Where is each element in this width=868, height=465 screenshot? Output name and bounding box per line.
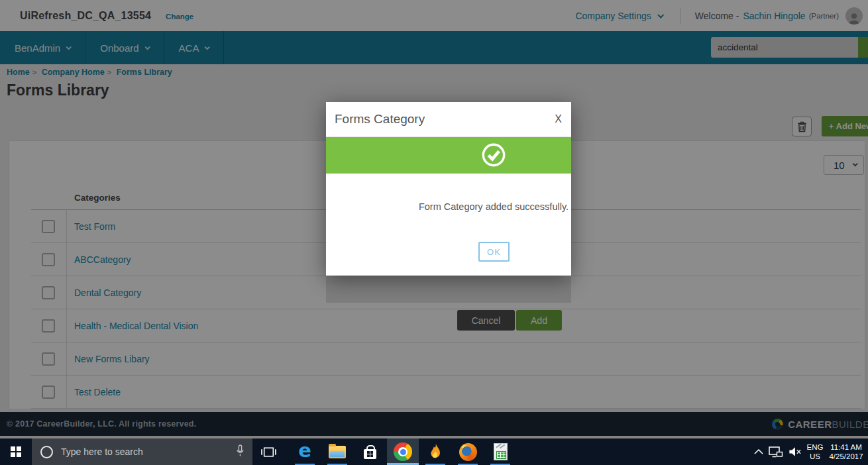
windows-logo-icon — [11, 446, 21, 457]
edge-icon: e — [298, 441, 311, 460]
tray-show-hidden-icons[interactable] — [751, 439, 767, 465]
forms-category-modal: Forms Category X Form Category added suc… — [326, 102, 571, 276]
tray-network[interactable] — [767, 439, 785, 465]
ok-button[interactable]: OK — [478, 242, 510, 262]
screen: UiRefresh_DC_QA_13554 Change Company Set… — [0, 0, 868, 465]
taskbar-store[interactable] — [354, 439, 386, 465]
tray-chevron-icon — [754, 449, 763, 454]
taskbar-flame-app[interactable] — [419, 439, 451, 465]
start-button[interactable] — [0, 439, 32, 465]
tray-clock[interactable]: 11:41 AM 4/25/2017 — [826, 439, 866, 465]
success-banner — [326, 137, 571, 174]
flame-icon — [428, 443, 443, 460]
tray-language[interactable]: ENG US — [804, 439, 826, 465]
calc-icon — [494, 443, 508, 460]
tray-volume[interactable] — [785, 439, 804, 465]
taskbar-search-input[interactable] — [61, 446, 207, 457]
taskbar-firefox[interactable] — [452, 439, 484, 465]
task-view-icon — [261, 446, 276, 458]
region-code: US — [810, 452, 820, 461]
chrome-icon — [394, 442, 412, 461]
store-icon — [364, 449, 376, 459]
taskbar-chrome[interactable] — [387, 439, 419, 465]
clock-date: 4/25/2017 — [829, 452, 863, 461]
task-view-button[interactable] — [252, 439, 284, 465]
taskbar-calc[interactable] — [484, 439, 516, 465]
network-icon — [769, 446, 783, 458]
modal-header: Forms Category X — [326, 102, 571, 137]
success-message: Form Category added successfully. — [416, 201, 571, 212]
close-icon[interactable]: X — [555, 113, 562, 125]
cortana-icon — [40, 446, 53, 458]
microphone-icon[interactable] — [236, 444, 244, 460]
explorer-icon — [329, 446, 346, 458]
taskbar-file-explorer[interactable] — [321, 439, 353, 465]
volume-muted-icon — [788, 446, 802, 457]
taskbar-search[interactable] — [32, 439, 252, 465]
modal-title: Forms Category — [335, 112, 425, 127]
language-code: ENG — [807, 442, 824, 452]
firefox-icon — [459, 443, 477, 461]
checkmark-circle-icon — [481, 142, 506, 168]
windows-taskbar: e — [0, 439, 868, 465]
taskbar-edge[interactable]: e — [289, 439, 321, 465]
clock-time: 11:41 AM — [830, 442, 862, 452]
